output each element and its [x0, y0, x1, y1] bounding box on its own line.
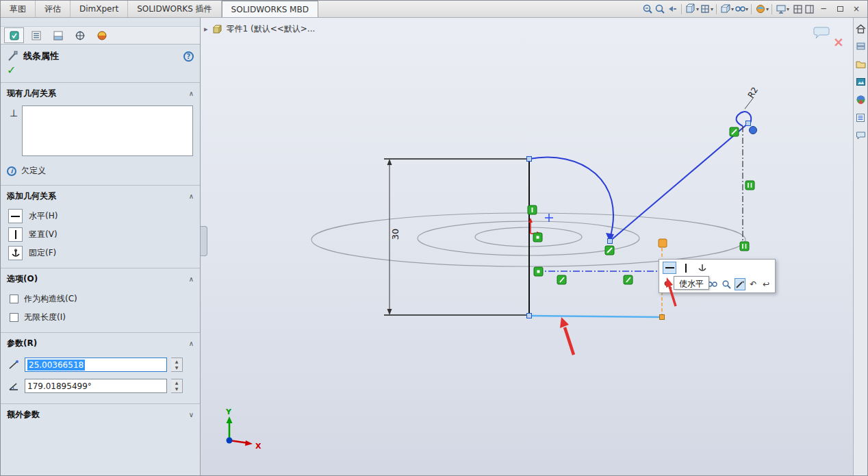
length-input[interactable]: 25.00366518: [25, 358, 167, 372]
point-marker-plus[interactable]: [545, 214, 553, 222]
infinite-length-checkbox[interactable]: [10, 313, 18, 322]
appearances-icon[interactable]: [855, 94, 867, 105]
design-library-icon[interactable]: [855, 40, 867, 52]
relation-badge-parallel[interactable]: [557, 275, 566, 284]
relation-badge-coincident-orange[interactable]: [659, 239, 667, 247]
length-value: 25.00366518: [27, 360, 85, 371]
view-toolbar: ▾ ▾ ▾ ▾ ▾ ▾: [641, 1, 792, 17]
minimize-button[interactable]: ─: [815, 2, 832, 16]
endpoint-marker-coincident[interactable]: [660, 315, 665, 320]
zoom-area-icon[interactable]: [654, 2, 666, 16]
close-button[interactable]: ×: [848, 2, 865, 16]
make-horizontal-icon[interactable]: [663, 262, 676, 274]
undo-icon[interactable]: ↶: [748, 278, 758, 290]
collapse-chevron-icon[interactable]: ∧: [189, 275, 194, 283]
displaymanager-tab[interactable]: [92, 27, 112, 43]
tab-sketch[interactable]: 草图: [1, 1, 36, 17]
make-vertical-icon[interactable]: [679, 262, 693, 274]
configurationmanager-tab[interactable]: [48, 27, 68, 43]
propertymanager-tab[interactable]: [4, 27, 24, 43]
help-icon[interactable]: ?: [183, 51, 194, 62]
edit-appearance-icon[interactable]: [754, 2, 767, 16]
accept-button[interactable]: ✓: [1, 64, 200, 82]
dropdown-arrow-icon[interactable]: ▾: [766, 6, 769, 12]
definition-status-row: i 欠定义: [1, 159, 200, 185]
exit-icon[interactable]: ↩: [761, 278, 771, 290]
make-vertical-item[interactable]: 竖直(V): [1, 225, 200, 244]
expand-chevron-icon[interactable]: ∨: [189, 411, 194, 418]
magnifier-icon[interactable]: [721, 278, 732, 290]
quick-tip-close-icon[interactable]: ×: [833, 36, 844, 49]
angle-input[interactable]: 179.01895499°: [25, 379, 167, 393]
sketch-arc[interactable]: [529, 158, 613, 238]
relation-badge-vertical[interactable]: [528, 205, 537, 214]
axis-x-label: X: [255, 442, 261, 451]
dimension-30-label[interactable]: 30: [390, 229, 400, 240]
relation-badge-tangent[interactable]: [605, 246, 614, 255]
endpoint-marker[interactable]: [527, 157, 532, 162]
options-grid-icon[interactable]: [792, 2, 804, 16]
relation-badge-parallel[interactable]: [624, 275, 633, 284]
hide-show-items-icon[interactable]: [734, 2, 746, 16]
relations-listbox[interactable]: [22, 105, 193, 156]
endpoint-marker[interactable]: [608, 239, 613, 244]
collapse-chevron-icon[interactable]: ∧: [189, 340, 194, 347]
view-settings-icon[interactable]: [775, 2, 787, 16]
relation-badge-coincident[interactable]: [533, 233, 542, 242]
dropdown-arrow-icon[interactable]: ▾: [787, 6, 789, 12]
panes-icon[interactable]: [804, 2, 815, 16]
graphics-area[interactable]: ▸ 零件1 (默认<<默认>... 30: [201, 18, 853, 476]
length-spinner[interactable]: ▲▼: [171, 358, 183, 372]
sketch-edit-icon[interactable]: [735, 278, 745, 290]
angle-spinner[interactable]: ▲▼: [171, 379, 183, 393]
section-parameters[interactable]: 参数(R) ∧: [1, 332, 200, 354]
display-style-icon[interactable]: [719, 2, 732, 16]
tab-evaluate[interactable]: 评估: [36, 1, 71, 17]
dropdown-arrow-icon[interactable]: ▾: [711, 6, 713, 12]
featuremanager-tab[interactable]: [26, 27, 46, 43]
tab-dimxpert[interactable]: DimXpert: [71, 1, 128, 17]
make-horizontal-item[interactable]: 水平(H): [1, 207, 200, 225]
tab-addins[interactable]: SOLIDWORKS 插件: [128, 1, 221, 17]
infinite-length-row[interactable]: 无限长度(I): [1, 308, 200, 327]
section-view-icon[interactable]: [685, 2, 697, 16]
sketch-line-diagonal[interactable]: [610, 123, 748, 241]
file-explorer-icon[interactable]: [855, 58, 867, 70]
pin-icon[interactable]: [663, 278, 673, 290]
relation-badge-coincident[interactable]: [534, 267, 543, 276]
quick-tip-bubble-icon[interactable]: [813, 27, 830, 42]
relation-badge-parallel[interactable]: [745, 181, 754, 190]
panel-splitter-grip[interactable]: [201, 226, 207, 256]
relation-badge-parallel[interactable]: [740, 242, 749, 251]
dropdown-arrow-icon[interactable]: ▾: [745, 6, 748, 12]
zoom-fit-icon[interactable]: [641, 2, 654, 16]
custom-properties-icon[interactable]: [855, 112, 867, 123]
selected-sketch-line[interactable]: [529, 316, 662, 317]
endpoint-marker[interactable]: [527, 314, 532, 318]
view-palette-icon[interactable]: [855, 76, 867, 88]
home-icon[interactable]: [855, 23, 867, 34]
section-extra-parameters[interactable]: 额外参数 ∨: [1, 403, 200, 425]
tree-expand-icon[interactable]: ▸: [204, 25, 208, 34]
tab-mbd[interactable]: SOLIDWORKS MBD: [222, 1, 318, 17]
flyout-feature-tree[interactable]: ▸ 零件1 (默认<<默认>...: [204, 23, 315, 35]
previous-view-icon[interactable]: [666, 2, 678, 16]
dimxpertmanager-tab[interactable]: [70, 27, 90, 43]
dimension-r2-label[interactable]: R2: [746, 86, 760, 100]
view-orientation-icon[interactable]: [699, 2, 711, 16]
section-add-relations[interactable]: 添加几何关系 ∧: [1, 185, 200, 207]
for-construction-row[interactable]: 作为构造线(C): [1, 290, 200, 308]
sketch-canvas[interactable]: 30 R2: [201, 18, 853, 476]
relation-badge-point[interactable]: [750, 127, 757, 134]
for-construction-checkbox[interactable]: [10, 295, 18, 303]
restore-button[interactable]: [832, 2, 848, 16]
forum-icon[interactable]: [855, 129, 867, 141]
relation-badge-tangent[interactable]: [730, 127, 739, 136]
section-existing-relations[interactable]: 现有几何关系 ∧: [1, 82, 200, 104]
make-fix-icon[interactable]: [695, 262, 709, 274]
section-options[interactable]: 选项(O) ∧: [1, 268, 200, 290]
collapse-chevron-icon[interactable]: ∧: [189, 192, 194, 200]
collapse-chevron-icon[interactable]: ∧: [189, 90, 194, 97]
endpoint-marker[interactable]: [746, 121, 751, 126]
make-fix-item[interactable]: 固定(F): [1, 244, 200, 262]
